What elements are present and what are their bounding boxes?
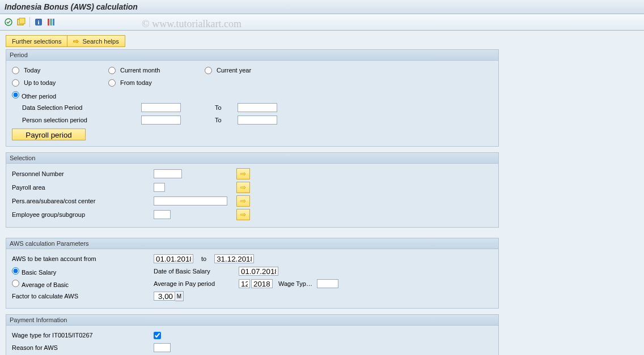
employee-group-multi-button[interactable]: ⇨ (236, 209, 250, 220)
employee-group-label: Employee group/subgroup (12, 211, 154, 218)
radio-current-year[interactable]: Current year (205, 67, 301, 74)
pers-area-multi-button[interactable]: ⇨ (236, 195, 250, 207)
reason-label: Reason for AWS (12, 344, 154, 351)
reason-input[interactable] (154, 343, 171, 352)
radio-up-to-today[interactable]: Up to today (12, 79, 108, 87)
search-helps-button[interactable]: ⇨Search helps (67, 35, 125, 47)
radio-other-period[interactable]: Other period (12, 91, 108, 100)
selection-group: Selection Personnel Number ⇨ Payroll are… (6, 152, 499, 228)
person-selection-from-input[interactable] (141, 116, 181, 125)
avg-year-input[interactable] (251, 279, 273, 288)
factor-unit: M (175, 291, 184, 301)
page-title: Indonesia Bonus (AWS) calculation (0, 0, 644, 14)
to-label-1: To (215, 104, 238, 111)
payment-group: Payment Information Wage type for IT0015… (6, 314, 499, 355)
radio-today-label: Today (24, 67, 40, 74)
factor-input[interactable] (154, 292, 175, 301)
arrow-right-icon: ⇨ (240, 197, 246, 205)
period-group: Period Today Current month Current year … (6, 49, 499, 147)
person-selection-period-label: Person selection period (22, 117, 141, 123)
wage-type-label: Wage type for IT0015/IT0267 (12, 332, 154, 339)
svg-rect-6 (50, 19, 52, 25)
further-selections-button[interactable]: Further selections (6, 35, 67, 47)
layout-icon[interactable] (46, 17, 56, 27)
radio-from-today[interactable]: From today (108, 79, 205, 87)
arrow-right-icon: ⇨ (240, 170, 246, 178)
aws-to-label: to (201, 255, 206, 262)
wage-typ-label: Wage Typ… (278, 280, 312, 287)
radio-basic-salary[interactable]: Basic Salary (12, 267, 154, 276)
aws-group-title: AWS calculation Parameters (6, 238, 498, 249)
data-selection-to-input[interactable] (238, 103, 277, 112)
variant-icon[interactable] (16, 17, 26, 27)
aws-from-date-input[interactable] (154, 254, 193, 263)
radio-from-today-label: From today (120, 79, 152, 86)
execute-icon[interactable] (3, 17, 14, 27)
payment-group-title: Payment Information (6, 315, 498, 326)
data-selection-from-input[interactable] (141, 103, 181, 112)
further-selections-label: Further selections (12, 38, 61, 45)
radio-up-to-today-label: Up to today (24, 79, 56, 86)
radio-basic-salary-label: Basic Salary (22, 269, 56, 276)
pers-area-input[interactable] (154, 196, 227, 206)
payroll-area-label: Payroll area (12, 184, 154, 191)
wage-type-checkbox[interactable] (154, 332, 161, 339)
period-group-title: Period (6, 50, 498, 61)
payroll-period-button[interactable]: Payroll period (12, 129, 86, 140)
date-basic-salary-label: Date of Basic Salary (154, 268, 239, 275)
radio-other-period-label: Other period (22, 93, 56, 100)
arrow-right-icon: ⇨ (73, 37, 79, 45)
payroll-area-multi-button[interactable]: ⇨ (236, 182, 250, 193)
radio-current-year-label: Current year (217, 67, 251, 74)
app-toolbar: i (0, 14, 644, 31)
radio-current-month[interactable]: Current month (108, 67, 205, 74)
info-icon[interactable]: i (33, 17, 44, 27)
aws-group: AWS calculation Parameters AWS to be tak… (6, 238, 499, 309)
person-selection-to-input[interactable] (238, 116, 277, 125)
date-basic-salary-input[interactable] (239, 267, 278, 276)
personnel-number-multi-button[interactable]: ⇨ (236, 168, 250, 179)
toolbar-separator (29, 17, 30, 27)
radio-current-month-label: Current month (120, 67, 160, 74)
data-selection-period-label: Data Selection Period (22, 104, 141, 111)
radio-average-basic[interactable]: Average of Basic (12, 280, 154, 288)
arrow-right-icon: ⇨ (240, 211, 246, 219)
svg-rect-2 (19, 18, 25, 24)
search-helps-label: Search helps (82, 38, 118, 45)
selection-group-title: Selection (6, 153, 498, 164)
radio-average-basic-label: Average of Basic (22, 281, 69, 288)
selection-buttons-row: Further selections ⇨Search helps (6, 35, 499, 47)
personnel-number-input[interactable] (154, 169, 182, 178)
to-label-2: To (215, 117, 238, 123)
avg-month-input[interactable] (239, 279, 250, 288)
average-pay-period-label: Average in Pay period (154, 280, 239, 287)
pers-area-label: Pers.area/subarea/cost center (12, 198, 154, 204)
personnel-number-label: Personnel Number (12, 170, 154, 177)
arrow-right-icon: ⇨ (240, 183, 246, 191)
employee-group-input[interactable] (154, 210, 171, 219)
payroll-area-input[interactable] (154, 183, 165, 192)
aws-to-date-input[interactable] (214, 254, 254, 263)
aws-taken-account-label: AWS to be taken account from (12, 255, 154, 262)
svg-text:i: i (37, 19, 39, 25)
factor-label: Factor to calculate AWS (12, 293, 154, 300)
wage-typ-input[interactable] (317, 279, 338, 288)
svg-rect-7 (53, 19, 54, 25)
svg-rect-5 (48, 19, 49, 25)
radio-today[interactable]: Today (12, 67, 108, 74)
